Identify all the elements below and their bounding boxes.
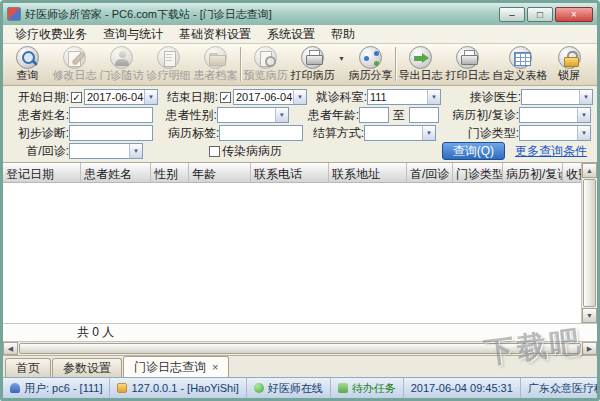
- record-tag-label: 病历标签:: [159, 125, 219, 142]
- online-status-icon: [254, 383, 264, 393]
- chevron-down-icon[interactable]: ▼: [579, 90, 592, 104]
- toolbar-patient-archive-button[interactable]: 患者档案: [192, 45, 239, 82]
- query-button[interactable]: 查询(Q): [442, 142, 505, 160]
- toolbar-treatment-detail-button[interactable]: 诊疗明细: [145, 45, 192, 82]
- doctor-select[interactable]: ▼: [521, 89, 593, 105]
- chevron-down-icon[interactable]: ▼: [577, 126, 590, 140]
- toolbar-print-log-button[interactable]: 打印日志: [444, 45, 491, 82]
- horizontal-scroll-thumb[interactable]: [19, 343, 581, 354]
- grid-summary-row: 共 0 人: [3, 323, 597, 341]
- start-date-checkbox[interactable]: [71, 92, 82, 103]
- menu-item-help[interactable]: 帮助: [323, 25, 363, 44]
- start-date-label: 开始日期:: [9, 89, 69, 106]
- maximize-button[interactable]: □: [527, 7, 553, 22]
- outpatient-type-select[interactable]: ▼: [519, 125, 591, 141]
- menu-item-billing[interactable]: 诊疗收费业务: [7, 25, 95, 44]
- database-icon: [117, 383, 127, 393]
- scroll-left-icon[interactable]: ◀: [3, 342, 18, 355]
- column-header-patient-name[interactable]: 患者姓名: [81, 163, 151, 182]
- chevron-down-icon[interactable]: ▼: [422, 126, 435, 140]
- department-label: 就诊科室:: [307, 89, 367, 106]
- scroll-up-icon[interactable]: ▲: [582, 163, 597, 178]
- toolbar-edit-log-button[interactable]: 修改日志: [51, 45, 98, 82]
- toolbar-clipped-button[interactable]: [589, 45, 597, 69]
- print-record-dropdown-arrow-icon[interactable]: ▼: [336, 45, 347, 62]
- settlement-label: 结算方式:: [304, 125, 364, 142]
- menu-item-system-settings[interactable]: 系统设置: [259, 25, 323, 44]
- scroll-right-icon[interactable]: ▶: [582, 342, 597, 355]
- tab-parameter-settings[interactable]: 参数设置: [52, 358, 122, 377]
- chevron-down-icon[interactable]: ▼: [129, 144, 142, 158]
- status-pending-tasks[interactable]: 待办任务: [331, 378, 404, 398]
- patient-gender-select[interactable]: ▼: [217, 107, 289, 123]
- patient-age-label: 患者年龄:: [299, 107, 359, 124]
- tab-close-icon[interactable]: ×: [212, 362, 218, 372]
- toolbar-custom-table-button[interactable]: 自定义表格: [491, 45, 549, 82]
- app-icon: [7, 7, 21, 21]
- share-record-icon: [359, 46, 382, 69]
- close-button[interactable]: ×: [555, 7, 593, 22]
- end-date-checkbox[interactable]: [220, 92, 231, 103]
- column-header-register-date[interactable]: 登记日期: [3, 163, 81, 182]
- print-log-icon: [456, 46, 479, 69]
- settlement-select[interactable]: ▼: [364, 125, 436, 141]
- chevron-down-icon[interactable]: ▼: [427, 90, 440, 104]
- patient-name-input[interactable]: [69, 107, 153, 123]
- column-header-record-visit[interactable]: 病历初/复诊: [503, 163, 563, 182]
- outpatient-type-label: 门诊类型:: [439, 125, 519, 142]
- search-icon: [16, 46, 39, 69]
- toolbar: 查询 修改日志 门诊随访 诊疗明细 患者档案 预览病历 打印病历 ▼: [3, 44, 597, 86]
- window-controls: – □ ×: [499, 7, 593, 22]
- scroll-down-icon[interactable]: ▼: [582, 308, 597, 323]
- toolbar-print-record-button[interactable]: 打印病历: [289, 45, 336, 82]
- initial-diagnosis-input[interactable]: [69, 125, 153, 141]
- menu-item-base-data[interactable]: 基础资料设置: [171, 25, 259, 44]
- column-header-outpatient-type[interactable]: 门诊类型: [453, 163, 503, 182]
- initial-diagnosis-label: 初步诊断:: [9, 125, 69, 142]
- toolbar-followup-button[interactable]: 门诊随访: [98, 45, 145, 82]
- first-return-select[interactable]: ▼: [69, 143, 143, 159]
- grid-content: 登记日期 患者姓名 性别 年龄 联系电话 联系地址 首/回诊 门诊类型 病历初/…: [3, 163, 581, 323]
- status-online[interactable]: 好医师在线: [247, 378, 331, 398]
- chevron-down-icon[interactable]: ▼: [293, 90, 306, 104]
- status-user: 用户: pc6 - [111]: [3, 378, 110, 398]
- vertical-scroll-thumb[interactable]: [583, 179, 596, 307]
- chevron-down-icon[interactable]: ▼: [577, 108, 590, 122]
- tab-home[interactable]: 首页: [5, 358, 51, 377]
- column-header-first-return[interactable]: 首/回诊: [407, 163, 453, 182]
- toolbar-export-log-button[interactable]: 导出日志: [397, 45, 444, 82]
- minimize-button[interactable]: –: [499, 7, 525, 22]
- user-icon: [10, 383, 20, 393]
- toolbar-share-record-button[interactable]: 病历分享: [347, 45, 394, 82]
- print-record-icon: [301, 46, 324, 69]
- column-header-age[interactable]: 年龄: [189, 163, 251, 182]
- end-date-select[interactable]: 2017-06-04 ▼: [233, 89, 307, 105]
- record-visit-select[interactable]: ▼: [519, 107, 591, 123]
- age-to-input[interactable]: [409, 107, 439, 123]
- edit-log-icon: [63, 46, 86, 69]
- infectious-record-checkbox[interactable]: [209, 146, 220, 157]
- grid-header: 登记日期 患者姓名 性别 年龄 联系电话 联系地址 首/回诊 门诊类型 病历初/…: [3, 163, 581, 183]
- menu-item-query-stats[interactable]: 查询与统计: [95, 25, 171, 44]
- age-from-input[interactable]: [359, 107, 389, 123]
- toolbar-lock-screen-button[interactable]: 锁屏: [549, 45, 589, 82]
- end-date-label: 结束日期:: [158, 89, 218, 106]
- record-tag-input[interactable]: [219, 125, 303, 141]
- grid-body-empty: [3, 183, 581, 323]
- start-date-select[interactable]: 2017-06-04 ▼: [84, 89, 158, 105]
- tab-outpatient-log-query[interactable]: 门诊日志查询 ×: [123, 356, 229, 377]
- horizontal-scrollbar[interactable]: ◀ ▶: [3, 341, 597, 355]
- menu-bar: 诊疗收费业务 查询与统计 基础资料设置 系统设置 帮助: [3, 25, 597, 44]
- column-header-fee-amount[interactable]: 收费金额: [563, 163, 581, 182]
- column-header-address[interactable]: 联系地址: [329, 163, 407, 182]
- column-header-phone[interactable]: 联系电话: [251, 163, 329, 182]
- department-select[interactable]: 111 ▼: [367, 89, 441, 105]
- chevron-down-icon[interactable]: ▼: [275, 108, 288, 122]
- more-conditions-link[interactable]: 更多查询条件: [515, 143, 587, 160]
- chevron-down-icon[interactable]: ▼: [144, 90, 157, 104]
- vertical-scrollbar[interactable]: ▲ ▼: [581, 163, 597, 323]
- toolbar-query-button[interactable]: 查询: [4, 45, 51, 82]
- toolbar-preview-record-button[interactable]: 预览病历: [242, 45, 289, 82]
- column-header-gender[interactable]: 性别: [151, 163, 189, 182]
- window-title: 好医师诊所管家 - PC6.com下载站 - [门诊日志查询]: [25, 7, 495, 22]
